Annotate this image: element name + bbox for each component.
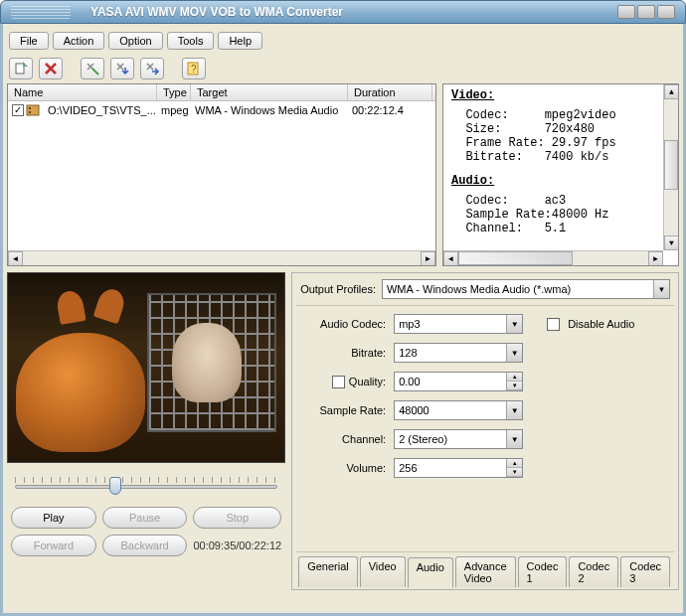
forward-button[interactable]: Forward xyxy=(11,535,96,556)
tab-audio[interactable]: Audio xyxy=(408,557,453,588)
svg-text:?: ? xyxy=(191,64,197,75)
close-button[interactable] xyxy=(657,5,675,19)
backward-button[interactable]: Backward xyxy=(102,535,188,556)
col-duration[interactable]: Duration xyxy=(348,84,432,100)
media-info-panel: Video: Codec: mpeg2video Size: 720x480 F… xyxy=(442,83,679,266)
col-type[interactable]: Type xyxy=(157,84,191,100)
info-audio-channel: Channel: 5.1 xyxy=(451,222,670,235)
svg-rect-0 xyxy=(16,64,24,74)
volume-label: Volume: xyxy=(308,462,386,474)
info-video-bitrate: Bitrate: 7400 kb/s xyxy=(451,150,670,164)
audio-codec-select[interactable]: mp3 ▼ xyxy=(394,314,523,334)
disable-audio-checkbox[interactable] xyxy=(547,318,560,331)
maximize-button[interactable] xyxy=(637,5,655,19)
move-right-icon[interactable] xyxy=(140,58,164,79)
h-scrollbar[interactable]: ◄ ► xyxy=(8,250,435,265)
seek-thumb[interactable] xyxy=(109,477,121,495)
menu-tools[interactable]: Tools xyxy=(167,32,215,50)
bitrate-label: Bitrate: xyxy=(308,347,386,359)
chevron-down-icon[interactable]: ▼ xyxy=(506,344,522,362)
video-preview xyxy=(7,272,285,463)
cell-name: O:\VIDEO_TS\VTS_... xyxy=(42,104,155,116)
video-file-icon xyxy=(26,103,40,117)
col-target[interactable]: Target xyxy=(191,84,348,100)
output-profiles-label: Output Profiles: xyxy=(300,283,376,295)
spin-down-icon[interactable]: ▼ xyxy=(507,382,522,390)
chevron-down-icon[interactable]: ▼ xyxy=(506,401,522,419)
pause-button[interactable]: Pause xyxy=(102,507,188,529)
scroll-up-icon[interactable]: ▲ xyxy=(664,84,679,99)
audio-section-head: Audio: xyxy=(451,174,670,188)
menu-option[interactable]: Option xyxy=(108,32,162,50)
output-profile-select[interactable]: WMA - Windows Media Audio (*.wma) ▼ xyxy=(382,279,670,299)
tab-codec-1[interactable]: Codec 1 xyxy=(518,556,568,587)
menu-action[interactable]: Action xyxy=(53,32,105,50)
delete-icon[interactable] xyxy=(39,58,63,79)
samplerate-label: Sample Rate: xyxy=(308,404,386,416)
channel-label: Channel: xyxy=(308,433,386,445)
window-title: YASA AVI WMV MOV VOB to WMA Converter xyxy=(90,5,343,19)
video-section-head: Video: xyxy=(451,88,670,102)
file-list: Name Type Target Duration ✓ O:\VIDEO_TS\… xyxy=(7,83,436,266)
info-video-codec: Codec: mpeg2video xyxy=(451,108,670,122)
chevron-down-icon[interactable]: ▼ xyxy=(506,430,522,448)
play-button[interactable]: Play xyxy=(11,507,96,529)
audio-codec-label: Audio Codec: xyxy=(308,318,386,330)
file-list-header: Name Type Target Duration xyxy=(8,84,435,101)
spin-down-icon[interactable]: ▼ xyxy=(507,468,522,477)
disable-audio-label: Disable Audio xyxy=(568,318,634,330)
minimize-button[interactable] xyxy=(617,5,635,19)
scroll-right-icon[interactable]: ► xyxy=(421,251,435,266)
add-file-icon[interactable] xyxy=(9,58,33,79)
channel-select[interactable]: 2 (Stereo) ▼ xyxy=(394,429,523,449)
info-video-framerate: Frame Rate: 29.97 fps xyxy=(451,136,670,150)
spin-up-icon[interactable]: ▲ xyxy=(507,459,522,468)
scroll-left-icon[interactable]: ◄ xyxy=(443,251,458,266)
info-audio-samplerate: Sample Rate:48000 Hz xyxy=(451,208,670,222)
svg-rect-5 xyxy=(29,111,31,113)
volume-spinner[interactable]: 256 ▲▼ xyxy=(394,458,523,478)
v-scrollbar[interactable]: ▲ ▼ xyxy=(663,84,678,250)
stop-button[interactable]: Stop xyxy=(193,507,281,529)
scroll-left-icon[interactable]: ◄ xyxy=(8,251,23,266)
row-checkbox[interactable]: ✓ xyxy=(12,104,24,116)
help-icon[interactable]: ? xyxy=(182,58,206,79)
quality-spinner[interactable]: 0.00 ▲▼ xyxy=(394,372,523,391)
cell-type: mpeg xyxy=(155,104,189,116)
move-down-icon[interactable] xyxy=(110,58,134,79)
scroll-right-icon[interactable]: ► xyxy=(648,251,663,266)
tab-general[interactable]: Generial xyxy=(298,556,358,587)
svg-rect-3 xyxy=(27,105,39,115)
seek-slider[interactable] xyxy=(7,475,285,497)
scroll-down-icon[interactable]: ▼ xyxy=(664,235,679,250)
quality-label: Quality: xyxy=(349,376,386,387)
col-name[interactable]: Name xyxy=(8,84,157,100)
cell-target: WMA - Windows Media Audio xyxy=(189,104,346,116)
titlebar-grip xyxy=(11,5,71,19)
quality-checkbox[interactable] xyxy=(332,376,345,388)
menu-help[interactable]: Help xyxy=(218,32,262,50)
svg-rect-4 xyxy=(29,107,31,109)
info-audio-codec: Codec: ac3 xyxy=(451,194,670,208)
cleanup-icon[interactable] xyxy=(81,58,104,79)
chevron-down-icon[interactable]: ▼ xyxy=(506,315,522,333)
settings-tabs: Generial Video Audio Advance Video Codec… xyxy=(292,552,678,589)
chevron-down-icon[interactable]: ▼ xyxy=(653,280,669,298)
titlebar: YASA AVI WMV MOV VOB to WMA Converter xyxy=(0,0,686,24)
toolbar: ? xyxy=(7,54,679,83)
spin-up-icon[interactable]: ▲ xyxy=(507,373,522,382)
playback-time: 00:09:35/00:22:12 xyxy=(193,535,281,556)
info-video-size: Size: 720x480 xyxy=(451,122,670,136)
tab-codec-2[interactable]: Codec 2 xyxy=(569,556,618,587)
file-row[interactable]: ✓ O:\VIDEO_TS\VTS_... mpeg WMA - Windows… xyxy=(8,101,435,119)
menubar: File Action Option Tools Help xyxy=(7,28,679,54)
tab-video[interactable]: Video xyxy=(360,556,406,587)
tab-codec-3[interactable]: Codec 3 xyxy=(620,556,670,587)
bitrate-select[interactable]: 128 ▼ xyxy=(394,343,523,363)
tab-advance-video[interactable]: Advance Video xyxy=(455,556,516,587)
info-h-scrollbar[interactable]: ◄ ► xyxy=(443,250,663,265)
menu-file[interactable]: File xyxy=(9,32,49,50)
samplerate-select[interactable]: 48000 ▼ xyxy=(394,400,523,420)
cell-duration: 00:22:12.4 xyxy=(346,104,430,116)
